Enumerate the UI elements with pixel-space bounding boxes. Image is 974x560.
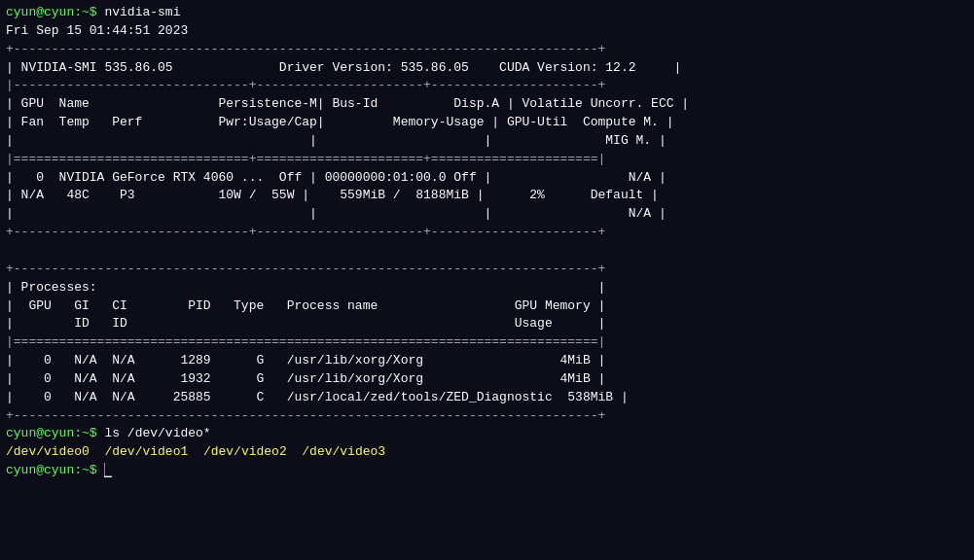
proc-col-header-2: | ID ID Usage | [6,315,968,333]
video-devices-line: /dev/video0 /dev/video1 /dev/video2 /dev… [6,443,968,462]
terminal-window[interactable]: cyun@cyun:~$ nvidia-smi Fri Sep 15 01:44… [0,0,974,560]
cmd-line-1: cyun@cyun:~$ nvidia-smi [6,4,968,22]
cmd-line-2: cyun@cyun:~$ ls /dev/video* [6,425,968,443]
proc-row-1: | 0 N/A N/A 1289 G /usr/lib/xorg/Xorg 4M… [6,352,968,370]
border-sep2: |===============================+=======… [6,151,968,169]
processes-header: | Processes: | [6,279,968,298]
prompt-line[interactable]: cyun@cyun:~$ █ [6,462,968,480]
gpu-row-2: | N/A 48C P3 10W / 55W | 559MiB / 8188Mi… [6,187,968,205]
proc-col-header-1: | GPU GI CI PID Type Process name GPU Me… [6,298,968,316]
nvidia-version-line: | NVIDIA-SMI 535.86.05 Driver Version: 5… [6,59,968,78]
col-header-1: | GPU Name Persistence-M| Bus-Id Disp.A … [6,95,968,114]
date-line: Fri Sep 15 01:44:51 2023 [6,22,968,41]
border-mid: +-------------------------------+-------… [6,224,968,242]
border-proc-top: +---------------------------------------… [6,261,968,279]
proc-row-3: | 0 N/A N/A 25885 C /usr/local/zed/tools… [6,389,968,407]
border-proc-sep: |=======================================… [6,333,968,352]
col-header-2: | Fan Temp Perf Pwr:Usage/Cap| Memory-Us… [6,114,968,132]
col-header-3: | | | MIG M. | [6,132,968,151]
gpu-row-1: | 0 NVIDIA GeForce RTX 4060 ... Off | 00… [6,169,968,188]
proc-row-2: | 0 N/A N/A 1932 G /usr/lib/xorg/Xorg 4M… [6,370,968,389]
border-proc-bottom: +---------------------------------------… [6,407,968,426]
gpu-row-3: | | | N/A | [6,205,968,224]
border-top: +---------------------------------------… [6,41,968,59]
border-sep1: |-------------------------------+-------… [6,77,968,95]
blank-line [6,242,968,261]
